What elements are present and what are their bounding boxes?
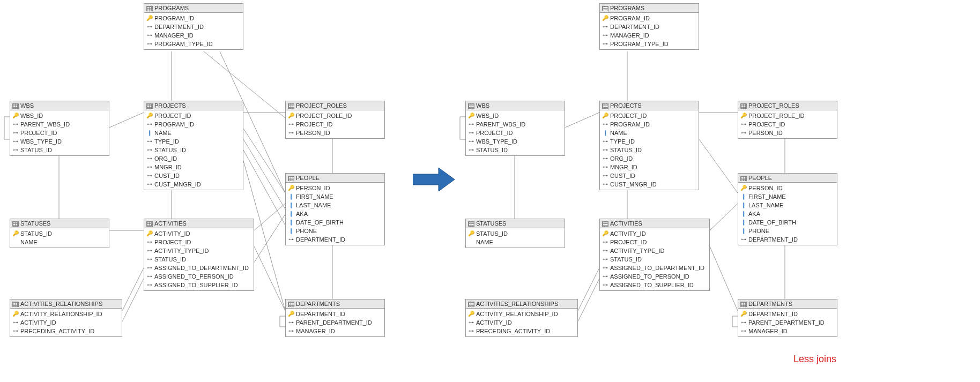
entity-header: ACTIVITIES [600, 219, 709, 228]
column-row: ⊶PROGRAM_TYPE_ID [600, 40, 699, 48]
fk-icon: ⊶ [468, 129, 474, 137]
column-icon: ❙ [740, 201, 747, 209]
svg-line-14 [254, 214, 285, 263]
entity-header: PROGRAMS [144, 4, 243, 13]
table-icon [602, 220, 608, 227]
pk-icon: 🔑 [146, 230, 153, 237]
column-row: ⊶MNGR_ID [144, 163, 243, 171]
entity-body: 🔑DEPARTMENT_ID⊶PARENT_DEPARTMENT_ID⊶MANA… [286, 309, 384, 336]
column-row: ⊶CUST_MNGR_ID [144, 180, 243, 189]
entity-wbs: WBS🔑WBS_ID⊶PARENT_WBS_ID⊶PROJECT_ID⊶WBS_… [465, 101, 565, 156]
column-name: PROJECT_ID [610, 112, 647, 119]
column-name: STATUS_ID [20, 146, 52, 154]
column-icon: ❙ [740, 210, 747, 218]
fk-icon: ⊶ [602, 163, 608, 171]
fk-icon: ⊶ [146, 181, 153, 188]
column-icon: ❙ [146, 129, 153, 137]
entity-title: PEOPLE [748, 175, 772, 181]
column-name: TYPE_ID [154, 138, 179, 145]
entity-header: DEPARTMENTS [738, 299, 837, 309]
column-row: ⊶ACTIVITY_TYPE_ID [144, 246, 254, 255]
fk-icon: ⊶ [146, 247, 153, 254]
column-row: ❙LAST_NAME [738, 201, 837, 209]
column-name: MANAGER_ID [154, 32, 194, 39]
column-icon: ❙ [740, 193, 747, 200]
column-row: ⊶PROJECT_ID [738, 120, 837, 129]
column-name: WBS_TYPE_ID [20, 138, 62, 145]
pk-icon: 🔑 [602, 112, 608, 119]
column-row: ⊶ASSIGNED_TO_PERSON_ID [600, 272, 709, 281]
column-icon: ❙ [740, 219, 747, 226]
column-name: ACTIVITY_TYPE_ID [610, 247, 664, 254]
column-name: MANAGER_ID [296, 327, 335, 335]
entity-title: DEPARTMENTS [296, 301, 340, 307]
entity-activities_relationships: ACTIVITIES_RELATIONSHIPS🔑ACTIVITY_RELATI… [10, 299, 122, 337]
column-row: 🔑PROGRAM_ID [144, 14, 243, 23]
column-name: DEPARTMENT_ID [296, 236, 345, 243]
column-row: ⊶ASSIGNED_TO_SUPPLIER_ID [600, 281, 709, 289]
column-row: ⊶PROJECT_ID [10, 129, 109, 137]
column-name: PRECEDING_ACTIVITY_ID [20, 327, 94, 335]
pk-icon: 🔑 [288, 112, 294, 119]
column-name: ASSIGNED_TO_SUPPLIER_ID [610, 281, 694, 289]
fk-icon: ⊶ [602, 23, 608, 31]
column-name: STATUS_ID [476, 230, 508, 237]
column-row: ❙DATE_OF_BIRTH [738, 218, 837, 227]
entity-title: STATUSES [20, 220, 50, 227]
fk-icon: ⊶ [602, 281, 608, 289]
entity-body: 🔑STATUS_IDNAME [10, 228, 109, 248]
column-name: PROJECT_ROLE_ID [748, 112, 805, 119]
fk-icon: ⊶ [288, 319, 294, 326]
fk-icon: ⊶ [146, 32, 153, 39]
entity-body: 🔑PERSON_ID❙FIRST_NAME❙LAST_NAME❙AKA❙DATE… [286, 183, 384, 245]
column-name: PROJECT_ID [154, 112, 191, 119]
fk-icon: ⊶ [740, 319, 747, 326]
entity-header: ACTIVITIES_RELATIONSHIPS [466, 299, 577, 309]
column-row: ⊶DEPARTMENT_ID [600, 23, 699, 31]
fk-icon: ⊶ [146, 256, 153, 263]
fk-icon: ⊶ [146, 264, 153, 272]
pk-icon: 🔑 [12, 230, 19, 237]
fk-icon: ⊶ [740, 121, 747, 128]
column-name: CUST_MNGR_ID [610, 181, 657, 188]
column-row: ⊶PROGRAM_ID [144, 120, 243, 129]
pk-icon: 🔑 [468, 230, 474, 237]
svg-line-15 [122, 268, 144, 311]
column-name: CUST_ID [154, 172, 180, 179]
fk-icon: ⊶ [12, 319, 19, 326]
fk-icon: ⊶ [12, 138, 19, 145]
fk-icon: ⊶ [288, 327, 294, 335]
column-name: CUST_ID [610, 172, 635, 179]
column-name: DATE_OF_BIRTH [296, 219, 344, 226]
column-row: ⊶PROGRAM_ID [600, 120, 699, 129]
column-name: STATUS_ID [20, 230, 52, 237]
column-row: ⊶ASSIGNED_TO_PERSON_ID [144, 272, 254, 281]
column-name: PROJECT_ID [748, 121, 785, 128]
column-row: ❙LAST_NAME [286, 201, 384, 209]
column-row: 🔑STATUS_ID [10, 229, 109, 238]
column-row: ⊶ORG_ID [600, 154, 699, 163]
entity-body: 🔑PROGRAM_ID⊶DEPARTMENT_ID⊶MANAGER_ID⊶PRO… [144, 13, 243, 49]
column-row: ⊶STATUS_ID [466, 146, 565, 154]
column-row: 🔑WBS_ID [466, 111, 565, 120]
fk-icon: ⊶ [602, 40, 608, 48]
column-row: 🔑PROJECT_ID [600, 111, 699, 120]
entity-body: 🔑PROJECT_ID⊶PROGRAM_ID❙NAME⊶TYPE_ID⊶STAT… [600, 110, 699, 190]
entity-header: PROJECT_ROLES [738, 101, 837, 110]
fk-icon: ⊶ [468, 319, 474, 326]
entity-header: WBS [466, 101, 565, 110]
column-name: PARENT_DEPARTMENT_ID [296, 319, 372, 326]
column-row: ⊶ASSIGNED_TO_SUPPLIER_ID [144, 281, 254, 289]
entity-title: STATUSES [476, 220, 506, 227]
fk-icon: ⊶ [602, 273, 608, 280]
column-row: ⊶STATUS_ID [10, 146, 109, 154]
column-row: ⊶PARENT_DEPARTMENT_ID [286, 318, 384, 327]
svg-line-7 [243, 150, 285, 225]
column-row: ⊶STATUS_ID [144, 146, 243, 154]
column-row: 🔑PROJECT_ROLE_ID [286, 111, 384, 120]
entity-title: WBS [20, 102, 34, 109]
column-row: ⊶PROJECT_ID [286, 120, 384, 129]
entity-header: PROJECTS [600, 101, 699, 110]
column-name: WBS_ID [20, 112, 43, 119]
column-name: PROJECT_ID [610, 238, 647, 246]
